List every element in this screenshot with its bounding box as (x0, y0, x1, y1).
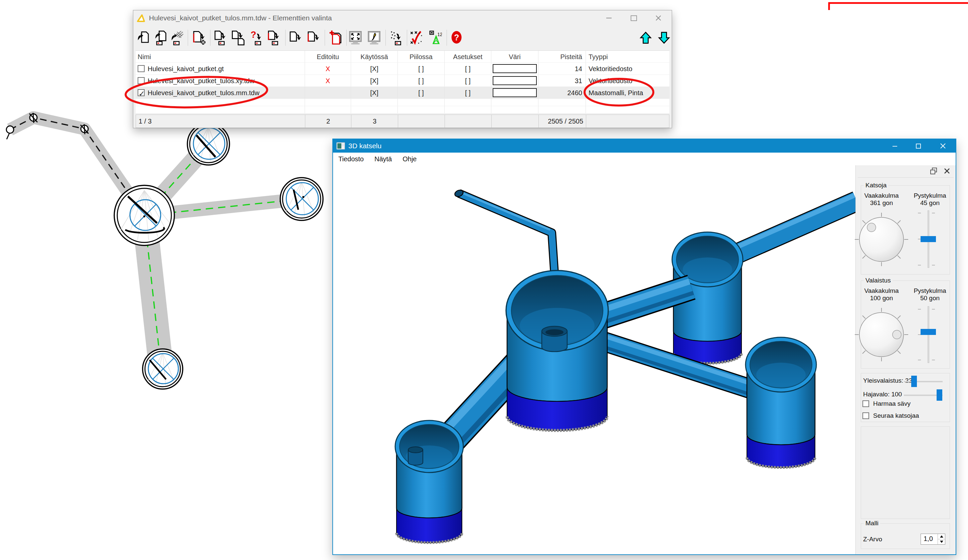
menu-tiedosto[interactable]: Tiedosto (333, 152, 369, 165)
viewer-app-icon (336, 142, 345, 149)
file-type: Maastomalli, Pinta (586, 87, 670, 99)
pipe-stub-central (542, 326, 567, 351)
table-row-selected[interactable]: Hulevesi_kaivot_putket_tulos.mm.tdw [X] … (136, 87, 670, 99)
col-asetukset[interactable]: Asetukset (444, 51, 491, 63)
z-value[interactable]: 1,0 (921, 534, 938, 544)
grayscale-checkbox[interactable] (862, 400, 869, 407)
diffuse-light-handle[interactable] (937, 389, 942, 401)
help-icon[interactable]: ? (449, 30, 464, 47)
piilossa-flag[interactable]: [ ] (398, 75, 444, 87)
close-panel-icon[interactable] (942, 166, 952, 176)
group-label: Malli (864, 520, 880, 527)
light-vert-angle-handle[interactable] (921, 329, 936, 335)
well-3d-bottom-left (395, 421, 463, 543)
minimize-icon[interactable] (602, 12, 616, 24)
col-editoitu[interactable]: Editoitu (305, 51, 351, 63)
pipe-3d-thin-inlet (454, 189, 554, 273)
float-panel-icon[interactable] (929, 166, 939, 176)
piilossa-flag[interactable]: [ ] (398, 87, 444, 99)
fit-screen-icon[interactable] (348, 30, 363, 47)
col-vari[interactable]: Väri (491, 51, 539, 63)
toolbar: ? (133, 26, 672, 50)
move-up-icon[interactable] (638, 30, 653, 47)
color-swatch[interactable] (493, 76, 537, 85)
view-control-panel: Katsoja Vaakakulma 361 gon Pystykulma 45… (855, 165, 956, 554)
diffuse-light-label: Hajavalo: 100 (863, 391, 902, 398)
file-type: Vektoritiedosto (586, 63, 670, 75)
file-add-icon[interactable] (191, 30, 206, 47)
status-in-use: 3 (351, 115, 398, 128)
move-down-icon[interactable] (657, 30, 671, 47)
light-horiz-angle-dial[interactable] (855, 308, 908, 361)
spin-up-icon[interactable] (938, 534, 945, 539)
status-cell (445, 115, 492, 128)
col-pisteita[interactable]: Pisteitä (539, 51, 586, 63)
row-checkbox[interactable] (138, 65, 145, 72)
close-icon[interactable] (932, 139, 954, 152)
asetukset-flag[interactable]: [ ] (444, 75, 491, 87)
viewport-3d[interactable] (333, 165, 855, 554)
status-row-count: 1 / 3 (136, 115, 305, 128)
editoitu-flag: X (305, 75, 351, 87)
check-points-icon[interactable] (409, 30, 424, 47)
row-checkbox-checked[interactable] (138, 89, 145, 96)
menu-ohje[interactable]: Ohje (397, 152, 422, 165)
status-points: 2505 / 2505 (539, 115, 586, 128)
viewer-horiz-angle-dial[interactable] (855, 213, 908, 266)
export-file-icon[interactable] (288, 30, 303, 47)
table-row[interactable]: Hulevesi_kaivot_putket_tulos.xy.tdw X [X… (136, 75, 670, 87)
save-edited-icon[interactable] (267, 30, 281, 47)
app-logo-icon (137, 14, 146, 23)
file-name: Hulevesi_kaivot_putket.gt (148, 63, 224, 75)
pipe-3d-upper-right (729, 196, 855, 256)
menu-nayta[interactable]: Näytä (369, 152, 397, 165)
save-file-as-icon[interactable] (231, 30, 245, 47)
col-piilossa[interactable]: Piilossa (398, 51, 444, 63)
piilossa-flag[interactable]: [ ] (398, 63, 444, 75)
table-row-empty (136, 106, 670, 114)
asetukset-flag[interactable]: [ ] (444, 87, 491, 99)
maximize-icon[interactable] (908, 139, 929, 152)
well-3d-central (506, 270, 608, 431)
redraw-screen-icon[interactable] (367, 30, 381, 47)
spin-down-icon[interactable] (938, 539, 945, 544)
color-swatch[interactable] (493, 64, 537, 73)
asetukset-flag[interactable]: [ ] (444, 63, 491, 75)
titlebar[interactable]: Hulevesi_kaivot_putket_tulos.mm.tdw - El… (133, 10, 672, 26)
table-header: Nimi Editoitu Käytössä Piilossa Asetukse… (136, 51, 670, 63)
add-files-icon[interactable] (328, 30, 342, 47)
table-row[interactable]: Hulevesi_kaivot_putket.gt X [X] [ ] [ ] … (136, 63, 670, 75)
color-swatch[interactable] (493, 88, 537, 97)
kaytossa-flag[interactable]: [X] (351, 87, 398, 99)
window-title: 3D katselu (348, 142, 381, 150)
window-title: Hulevesi_kaivot_putket_tulos.mm.tdw - El… (149, 14, 332, 22)
import-points-icon[interactable] (170, 30, 184, 47)
well-3d-right (746, 337, 816, 467)
points-export-icon[interactable] (389, 30, 404, 47)
viewer-vert-angle-handle[interactable] (921, 236, 936, 242)
kaytossa-flag[interactable]: [X] (351, 63, 398, 75)
open-file-icon[interactable] (136, 30, 151, 47)
file-type: Vektoritiedosto (586, 75, 670, 87)
element-selection-window: Hulevesi_kaivot_putket_tulos.mm.tdw - El… (133, 10, 672, 128)
row-checkbox[interactable] (138, 77, 145, 84)
col-tyyppi[interactable]: Tyyppi (586, 51, 670, 63)
export-edited-icon[interactable] (306, 30, 321, 47)
close-icon[interactable] (652, 12, 665, 24)
follow-viewer-checkbox[interactable] (862, 413, 869, 419)
point-count: 14 (539, 63, 586, 75)
col-kaytossa[interactable]: Käytössä (351, 51, 398, 63)
ambient-light-slider[interactable] (904, 381, 943, 382)
kaytossa-flag[interactable]: [X] (351, 75, 398, 87)
triangulate-12-icon[interactable]: 12 (428, 30, 443, 47)
open-file-settings-icon[interactable] (152, 30, 167, 47)
save-unknown-icon[interactable]: ? (250, 30, 264, 47)
col-nimi[interactable]: Nimi (136, 51, 305, 63)
titlebar[interactable]: 3D katselu (333, 139, 956, 152)
viewer-3d-window: 3D katselu Tiedosto Näytä Ohje (332, 139, 956, 555)
maximize-icon[interactable] (627, 12, 640, 24)
save-file-icon[interactable] (213, 30, 228, 47)
ambient-light-handle[interactable] (911, 376, 917, 387)
z-value-spinner[interactable]: 1,0 (921, 533, 945, 545)
minimize-icon[interactable] (884, 139, 905, 152)
